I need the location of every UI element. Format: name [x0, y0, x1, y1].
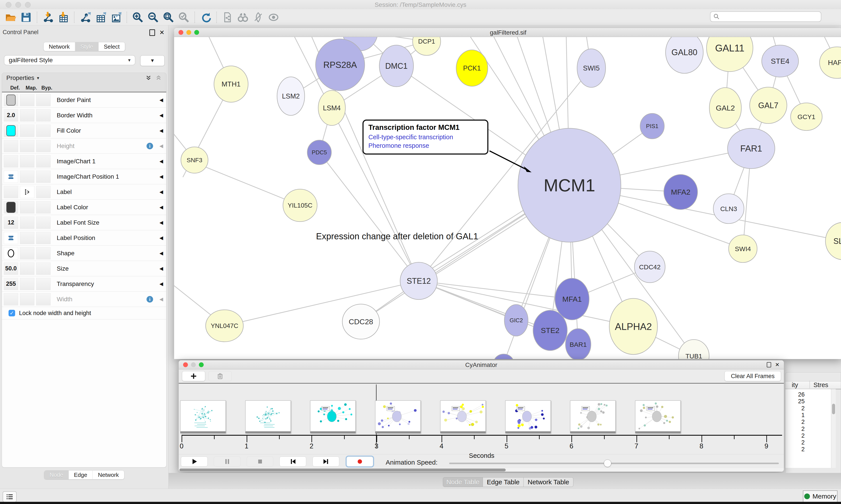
binoculars-button[interactable] [236, 11, 249, 24]
mapping-cell[interactable] [20, 109, 34, 122]
network-node-ste12[interactable]: STE12 [400, 262, 437, 300]
frame-thumbnail[interactable] [570, 400, 616, 433]
table-cell[interactable]: 2 [787, 439, 805, 446]
network-node-yil105c[interactable]: YIL105C [283, 189, 317, 221]
network-node-lsm4[interactable]: LSM4 [318, 90, 345, 125]
mapping-cell[interactable] [20, 247, 34, 259]
default-value-cell[interactable] [4, 247, 18, 259]
info-icon[interactable]: i [146, 296, 153, 303]
export-image-button[interactable] [109, 11, 122, 24]
chevron-left-icon[interactable]: ◀ [159, 112, 163, 118]
network-node-bar1[interactable]: BAR1 [566, 329, 591, 359]
chevron-left-icon[interactable]: ◀ [159, 143, 163, 149]
tab-network[interactable]: Network [43, 42, 75, 51]
save-button[interactable] [20, 11, 32, 24]
frame-thumbnail[interactable] [180, 400, 226, 433]
network-edge[interactable] [319, 152, 419, 281]
eye-button[interactable] [267, 11, 280, 24]
network-node-botcut[interactable] [494, 354, 514, 359]
mapping-cell[interactable] [20, 217, 34, 229]
close-panel-icon[interactable]: ✕ [775, 362, 780, 367]
chevron-left-icon[interactable]: ◀ [159, 235, 163, 241]
default-value-cell[interactable]: 255 [4, 278, 18, 290]
refresh-button[interactable] [199, 11, 212, 24]
bypass-cell[interactable] [36, 170, 51, 183]
default-value-cell[interactable] [4, 201, 18, 214]
chevron-left-icon[interactable]: ◀ [159, 174, 163, 180]
bypass-cell[interactable] [36, 232, 51, 244]
mapping-cell[interactable] [20, 170, 34, 183]
network-node-far1[interactable]: FAR1 [728, 128, 775, 168]
column-header[interactable]: ity [785, 381, 798, 389]
panel-list-button[interactable] [3, 491, 17, 502]
network-node-gal7[interactable]: GAL7 [750, 87, 787, 124]
network-node-dmc1[interactable]: DMC1 [379, 45, 413, 87]
default-value-cell[interactable] [4, 155, 18, 167]
chevron-left-icon[interactable]: ◀ [159, 128, 163, 133]
table-cell[interactable]: 2 [787, 432, 805, 439]
network-node-snf3[interactable]: SNF3 [181, 147, 208, 173]
chevron-left-icon[interactable]: ◀ [159, 296, 163, 302]
open-folder-button[interactable] [4, 11, 17, 24]
bypass-cell[interactable] [36, 293, 51, 305]
chevron-left-icon[interactable]: ◀ [159, 220, 163, 226]
network-node-gcy1[interactable]: GCY1 [791, 103, 822, 130]
bypass-cell[interactable] [36, 94, 51, 106]
bypass-cell[interactable] [36, 140, 51, 152]
default-value-cell[interactable] [4, 125, 18, 137]
bypass-cell[interactable] [36, 201, 51, 214]
network-node-pdc5[interactable]: PDC5 [307, 140, 332, 165]
hide-button[interactable] [252, 11, 265, 24]
export-network-button[interactable] [79, 11, 92, 24]
skip-start-button[interactable] [280, 456, 306, 467]
default-value-cell[interactable] [4, 140, 18, 152]
network-node-gal80[interactable]: GAL80 [666, 37, 703, 73]
bypass-cell[interactable] [36, 109, 51, 122]
table-vertical-scrollbar[interactable] [831, 389, 836, 468]
frame-thumbnail[interactable] [375, 400, 421, 433]
property-row[interactable]: Widthi◀ [2, 292, 166, 307]
property-row[interactable]: 12Label Font Size◀ [2, 215, 166, 230]
mapping-cell[interactable] [20, 155, 34, 167]
table-cell[interactable]: 2 [787, 405, 805, 412]
zoom-fit-button[interactable] [162, 11, 175, 24]
record-button[interactable] [346, 456, 373, 467]
network-node-dcp1[interactable]: DCP1 [413, 37, 441, 55]
table-cell[interactable]: 25 [787, 398, 805, 405]
property-row[interactable]: Border Paint◀ [2, 92, 166, 108]
frame-thumbnail[interactable] [505, 400, 551, 433]
bypass-cell[interactable] [36, 186, 51, 198]
mapping-cell[interactable] [20, 140, 34, 152]
zoom-selected-button[interactable] [177, 11, 190, 24]
zoom-in-button[interactable] [131, 11, 144, 24]
network-canvas[interactable]: Transcription factor MCM1 Cell-type-spec… [174, 37, 841, 359]
default-value-cell[interactable]: 50.0 [4, 263, 18, 275]
annotation-link[interactable]: Cell-type-specific transcription [369, 133, 482, 141]
memory-button[interactable]: Memory [803, 490, 838, 502]
expand-all-icon[interactable] [145, 75, 152, 81]
properties-header[interactable]: Properties [6, 74, 34, 82]
mapping-cell[interactable] [20, 94, 34, 106]
property-row[interactable]: Heighti◀ [2, 138, 166, 154]
mapping-cell[interactable] [20, 293, 34, 305]
table-cell[interactable]: 2 [787, 446, 805, 453]
import-network-button[interactable] [42, 11, 54, 24]
export-table-button[interactable] [94, 11, 107, 24]
mapping-cell[interactable] [20, 232, 34, 244]
float-panel-icon[interactable] [767, 362, 771, 367]
network-node-hap2[interactable]: HAP2 [820, 47, 841, 78]
animation-speed-slider[interactable] [449, 463, 779, 464]
network-node-ste4[interactable]: STE4 [762, 45, 799, 77]
tab-style[interactable]: Style [75, 42, 99, 51]
tab-network[interactable]: Network [93, 470, 124, 479]
network-node-tub1[interactable]: TUB1 [679, 340, 709, 359]
bypass-cell[interactable] [36, 263, 51, 275]
network-node-ynl047c[interactable]: YNL047C [205, 310, 243, 342]
info-icon[interactable]: i [146, 143, 153, 149]
network-node-mfa2[interactable]: MFA2 [664, 175, 698, 210]
property-row[interactable]: 50.0Size◀ [2, 261, 166, 276]
default-value-cell[interactable] [4, 94, 18, 106]
property-row[interactable]: Image/Chart Position 1◀ [2, 169, 166, 184]
clear-all-frames-button[interactable]: Clear All Frames [724, 371, 781, 381]
default-value-cell[interactable] [4, 293, 18, 305]
